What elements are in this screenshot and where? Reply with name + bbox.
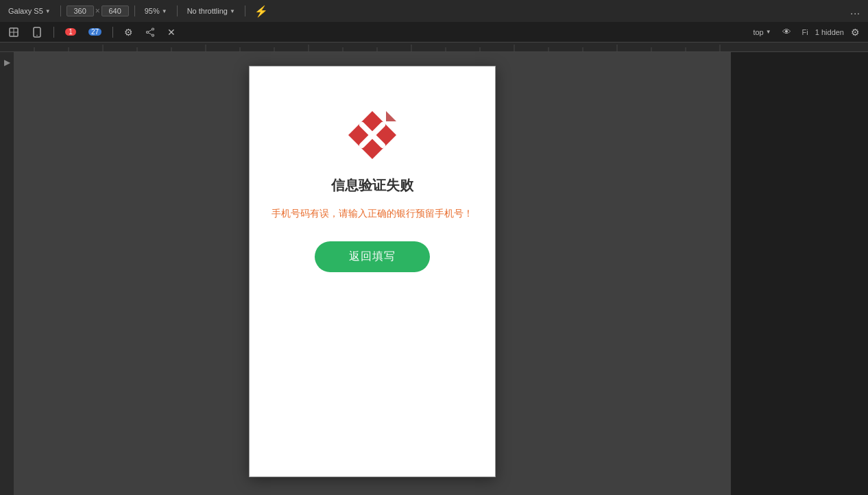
back-button[interactable]: 返回填写	[315, 241, 430, 272]
devtools-right-group: top ▼ 👁 Fi 1 hidden ⚙	[749, 25, 864, 39]
dimensions-group: ×	[67, 5, 129, 16]
left-expand-panel: ▶	[0, 52, 14, 495]
close-panel-button[interactable]: ✕	[163, 25, 180, 39]
more-dots: ...	[850, 5, 860, 16]
horizontal-ruler	[0, 43, 868, 52]
ruler-svg	[0, 43, 868, 51]
top-selector[interactable]: top ▼	[749, 27, 775, 38]
error-icon-container	[345, 108, 400, 162]
more-options-button[interactable]: ...	[847, 4, 864, 18]
error-badge: 1	[65, 28, 76, 36]
separator-2	[134, 5, 135, 16]
devtools-sep-2	[112, 27, 113, 38]
top-label: top	[753, 28, 763, 36]
svg-line-9	[148, 32, 152, 34]
svg-marker-35	[386, 111, 396, 121]
phone-frame: 信息验证失败 手机号码有误，请输入正确的银行预留手机号！ 返回填写	[249, 66, 496, 477]
error-message: 手机号码有误，请输入正确的银行预留手机号！	[265, 206, 480, 221]
device-selector[interactable]: Galaxy S5 ▼	[4, 5, 55, 16]
top-chevron: ▼	[766, 29, 771, 35]
device-toolbar: Galaxy S5 ▼ × 95% ▼ No throttling ▼ ⚡ ..…	[0, 0, 868, 22]
network-conditions-icon[interactable]: ⚡	[251, 3, 272, 19]
share-icon	[145, 27, 155, 37]
separator-1	[60, 5, 61, 16]
height-input[interactable]	[101, 5, 129, 16]
svg-line-8	[148, 29, 152, 32]
devtools-toolbar: 1 27 ⚙ ✕ top ▼ 👁 Fi 1 hidden ⚙	[0, 22, 868, 43]
settings-button[interactable]: ⚙	[120, 25, 137, 39]
fi-filter-button[interactable]: Fi	[798, 27, 812, 38]
svg-rect-10	[0, 43, 868, 51]
ruler-marks	[0, 43, 868, 51]
throttle-value: No throttling	[187, 7, 228, 15]
device-name: Galaxy S5	[8, 7, 43, 15]
eye-button[interactable]: 👁	[778, 25, 795, 38]
inspect-element-button[interactable]	[4, 25, 23, 39]
warning-badge: 27	[88, 28, 101, 36]
zoom-value: 95%	[145, 7, 160, 15]
devtools-sep-1	[53, 27, 54, 38]
zoom-selector[interactable]: 95% ▼	[141, 5, 171, 16]
svg-point-5	[152, 28, 154, 30]
svg-point-6	[152, 34, 154, 36]
filter-options-button[interactable]: ⚙	[847, 25, 864, 39]
share-button[interactable]	[141, 26, 159, 38]
main-content: ▶ 信息验证失败 手机号码有误，请输入正确的银行预留手机号！	[0, 52, 868, 495]
device-icon	[32, 27, 43, 38]
separator-4	[245, 5, 245, 16]
svg-point-7	[147, 31, 149, 33]
device-selector-group: Galaxy S5 ▼	[4, 5, 55, 16]
viewport-area: 信息验证失败 手机号码有误，请输入正确的银行预留手机号！ 返回填写	[14, 52, 731, 495]
width-input[interactable]	[67, 5, 94, 16]
inspect-icon	[8, 27, 19, 38]
device-toggle-button[interactable]	[27, 25, 47, 39]
zoom-chevron: ▼	[162, 8, 167, 14]
expand-icon[interactable]: ▶	[4, 58, 10, 67]
error-title: 信息验证失败	[331, 176, 413, 195]
throttle-selector[interactable]: No throttling ▼	[183, 5, 239, 16]
svg-point-4	[36, 34, 38, 36]
error-count-button[interactable]: 1	[61, 27, 80, 37]
right-devtools-panel	[731, 52, 868, 495]
throttle-chevron: ▼	[230, 8, 235, 14]
warning-count-button[interactable]: 27	[84, 27, 106, 37]
hidden-count: 1 hidden	[815, 28, 844, 36]
device-chevron: ▼	[45, 8, 51, 14]
dimension-x: ×	[95, 6, 100, 16]
error-icon	[345, 108, 400, 162]
fi-label: Fi	[802, 28, 808, 36]
separator-3	[177, 5, 178, 16]
